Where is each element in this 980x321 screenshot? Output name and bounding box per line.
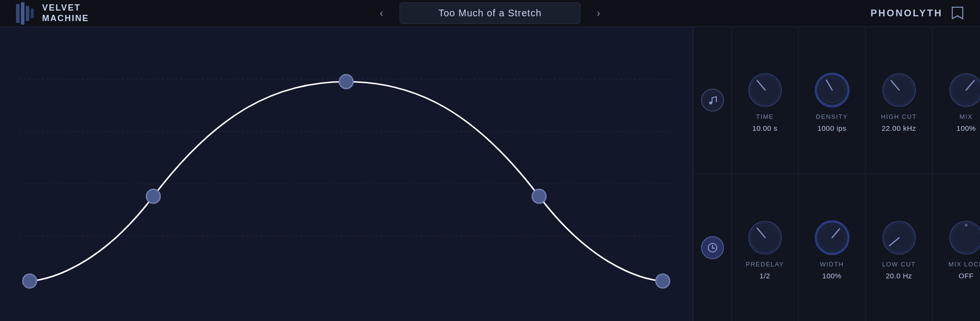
preset-nav: ‹ Too Much of a Stretch › <box>120 2 860 24</box>
next-arrow-icon: › <box>597 7 600 20</box>
velvet-machine-logo-icon <box>14 1 35 25</box>
width-value: 100% <box>822 272 841 280</box>
svg-rect-0 <box>16 4 19 23</box>
svg-rect-1 <box>21 2 24 24</box>
high-cut-knob-cell[interactable]: HIGH CUT 22.00 kHz <box>866 27 933 174</box>
high-cut-label: HIGH CUT <box>881 113 917 120</box>
main-content: TIME 10.00 s DENSITY 1000 ips <box>0 27 980 321</box>
envelope-node-5 <box>656 274 670 288</box>
density-value: 1000 ips <box>817 124 846 132</box>
width-label: WIDTH <box>820 261 844 268</box>
mix-lock-knob[interactable] <box>947 218 980 257</box>
width-knob-cell[interactable]: WIDTH 100% <box>799 174 866 321</box>
envelope-area <box>0 27 693 321</box>
svg-rect-2 <box>26 6 29 21</box>
envelope-node-4 <box>532 189 546 203</box>
density-knob[interactable] <box>813 71 851 109</box>
low-cut-knob-cell[interactable]: LOW CUT 20.0 Hz <box>866 174 933 321</box>
low-cut-label: LOW CUT <box>882 261 915 268</box>
mix-knob[interactable] <box>947 71 980 109</box>
header: VELVET MACHINE ‹ Too Much of a Stretch ›… <box>0 0 980 27</box>
row2-section-cell <box>693 174 732 321</box>
mix-lock-value: OFF <box>958 272 974 280</box>
next-preset-button[interactable]: › <box>590 5 607 22</box>
mix-knob-cell[interactable]: MIX 100% <box>933 27 980 174</box>
row1-section-cell <box>693 27 732 174</box>
controls-panel: TIME 10.00 s DENSITY 1000 ips <box>693 27 980 321</box>
predelay-value: 1/2 <box>759 272 770 280</box>
mix-lock-label: MIX LOCK <box>948 261 980 268</box>
density-label: DENSITY <box>816 113 848 120</box>
music-note-icon <box>707 94 718 106</box>
high-cut-value: 22.00 kHz <box>881 124 916 132</box>
phonolyth-brand-icon <box>949 5 966 22</box>
envelope-node-3 <box>339 75 353 89</box>
svg-rect-4 <box>0 27 692 321</box>
clock-icon <box>707 242 718 253</box>
logo-line1: VELVET <box>42 3 89 13</box>
prev-arrow-icon: ‹ <box>380 7 383 20</box>
width-knob[interactable] <box>813 218 851 257</box>
app-container: VELVET MACHINE ‹ Too Much of a Stretch ›… <box>0 0 980 321</box>
high-cut-knob[interactable] <box>880 71 918 109</box>
low-cut-value: 20.0 Hz <box>886 272 912 280</box>
logo-text: VELVET MACHINE <box>42 3 89 23</box>
low-cut-knob[interactable] <box>880 218 918 257</box>
time-value: 10.00 s <box>752 124 778 132</box>
prev-preset-button[interactable]: ‹ <box>373 5 390 22</box>
time-knob-cell[interactable]: TIME 10.00 s <box>732 27 799 174</box>
time-label: TIME <box>756 113 774 120</box>
density-knob-cell[interactable]: DENSITY 1000 ips <box>799 27 866 174</box>
mix-label: MIX <box>959 113 973 120</box>
preset-name-display[interactable]: Too Much of a Stretch <box>400 2 580 24</box>
row2-section-icon-button[interactable] <box>701 236 724 259</box>
envelope-svg[interactable] <box>0 27 692 321</box>
logo-line2: MACHINE <box>42 13 89 24</box>
preset-name-text: Too Much of a Stretch <box>438 8 542 18</box>
mix-lock-knob-cell[interactable]: MIX LOCK OFF <box>933 174 980 321</box>
svg-point-34 <box>965 224 968 227</box>
predelay-knob[interactable] <box>746 218 784 257</box>
brand-area: PHONOLYTH <box>860 5 966 22</box>
envelope-node-1 <box>23 274 37 288</box>
predelay-knob-cell[interactable]: PREDELAY 1/2 <box>732 174 799 321</box>
logo-area: VELVET MACHINE <box>14 1 120 25</box>
mix-value: 100% <box>957 124 976 132</box>
brand-name-text: PHONOLYTH <box>870 8 943 19</box>
row1-section-icon-button[interactable] <box>701 89 724 112</box>
svg-rect-3 <box>31 8 33 18</box>
predelay-label: PREDELAY <box>746 261 784 268</box>
envelope-node-2 <box>146 189 160 203</box>
time-knob[interactable] <box>746 71 784 109</box>
